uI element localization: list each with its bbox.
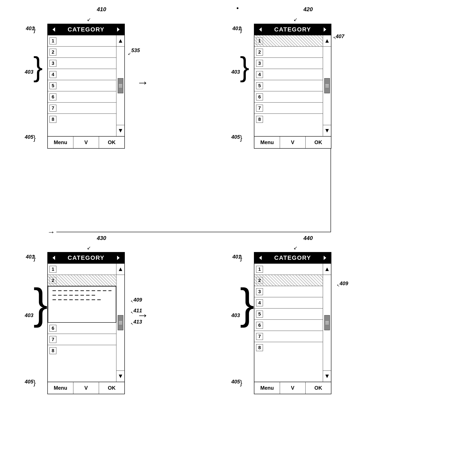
- ok-button[interactable]: OK: [99, 382, 124, 394]
- menu-button[interactable]: Menu: [254, 136, 280, 148]
- panel-410-scrollbar: [116, 35, 124, 136]
- item-num: 7: [256, 333, 263, 340]
- label-401-430: 401: [26, 254, 35, 260]
- list-item-hatched[interactable]: 1: [254, 35, 323, 47]
- arrow-into-430: →: [47, 227, 55, 237]
- v-button[interactable]: V: [73, 382, 99, 394]
- scroll-down-btn[interactable]: [323, 125, 331, 136]
- panel-440-footer: Menu V OK: [254, 382, 331, 394]
- v-button[interactable]: V: [73, 136, 99, 148]
- item-num: 2: [256, 49, 263, 56]
- v-button[interactable]: V: [280, 382, 306, 394]
- scroll-up-btn[interactable]: [116, 264, 124, 275]
- panel-440-scrollbar: [323, 264, 331, 382]
- dropdown-line-3: [52, 299, 103, 300]
- scroll-down-btn[interactable]: [116, 371, 124, 382]
- list-item[interactable]: 3: [254, 286, 323, 297]
- list-item[interactable]: 6: [48, 323, 116, 334]
- item-num: 8: [50, 347, 56, 354]
- svg-marker-12: [259, 256, 262, 260]
- list-item[interactable]: 1: [48, 264, 116, 275]
- panel-410-prev[interactable]: [50, 26, 58, 33]
- list-item[interactable]: 8: [48, 345, 116, 356]
- list-item[interactable]: 2: [254, 47, 323, 58]
- panel-420-scrollbar: [323, 35, 331, 136]
- item-num: 5: [50, 82, 56, 89]
- list-item[interactable]: 7: [48, 334, 116, 345]
- menu-button[interactable]: Menu: [48, 382, 73, 394]
- svg-marker-10: [119, 267, 122, 271]
- panel-420-items: 1 2 3 4 5 6 7: [254, 35, 323, 136]
- panel-420-title: CATEGORY: [274, 26, 311, 33]
- list-item[interactable]: 4: [254, 297, 323, 308]
- scroll-down-btn[interactable]: [116, 125, 124, 136]
- brace-403-420: }: [240, 51, 249, 83]
- dropdown-popup-430: [48, 286, 116, 323]
- svg-marker-0: [52, 27, 55, 32]
- list-item-hatched[interactable]: 2: [254, 275, 323, 286]
- label-403-430: 403: [25, 312, 33, 318]
- list-item[interactable]: 5: [254, 308, 323, 320]
- list-item[interactable]: 7: [254, 331, 323, 342]
- list-item[interactable]: 2: [48, 47, 116, 58]
- menu-button[interactable]: Menu: [48, 136, 73, 148]
- panel-410: CATEGORY 1 2 3 4: [47, 24, 125, 149]
- panel-430-prev[interactable]: [50, 254, 58, 262]
- list-item[interactable]: 6: [254, 91, 323, 102]
- item-num: 6: [256, 94, 263, 100]
- scroll-down-btn[interactable]: [323, 371, 331, 382]
- scroll-thumb: [324, 78, 330, 93]
- list-item[interactable]: 1: [254, 264, 323, 275]
- panel-440-items: 1 2 3 4 5 6: [254, 264, 323, 382]
- menu-button[interactable]: Menu: [254, 382, 280, 394]
- svg-marker-2: [119, 39, 122, 43]
- ok-button[interactable]: OK: [306, 136, 331, 148]
- list-item[interactable]: 6: [254, 320, 323, 331]
- list-item[interactable]: 3: [254, 58, 323, 69]
- list-item[interactable]: 4: [48, 69, 116, 80]
- panel-410-title: CATEGORY: [68, 26, 104, 33]
- scroll-up-btn[interactable]: [323, 264, 331, 275]
- label-405-440: 405: [231, 379, 240, 385]
- arrow-411: ↖: [131, 311, 134, 315]
- arrow-right-2: →: [137, 308, 149, 322]
- list-item[interactable]: 7: [48, 102, 116, 114]
- item-num: 4: [50, 71, 56, 78]
- panel-420-prev[interactable]: [256, 26, 264, 33]
- label-420: 420: [303, 6, 313, 13]
- panel-430-scrollbar: [116, 264, 124, 382]
- list-item[interactable]: 1: [48, 35, 116, 47]
- panel-440-next[interactable]: [321, 254, 329, 262]
- panel-420-footer: Menu V OK: [254, 136, 331, 148]
- list-item[interactable]: 5: [48, 80, 116, 91]
- top-dot: [237, 7, 238, 9]
- panel-430-items: 1 2 6: [48, 264, 116, 382]
- item-num: 3: [256, 60, 263, 67]
- list-item[interactable]: 7: [254, 102, 323, 114]
- svg-marker-8: [52, 256, 55, 260]
- list-item[interactable]: 4: [254, 69, 323, 80]
- svg-marker-3: [119, 129, 122, 132]
- dropdown-line-2: [52, 295, 97, 296]
- list-item[interactable]: 8: [48, 114, 116, 125]
- list-item[interactable]: 8: [254, 114, 323, 125]
- list-item-hatched[interactable]: 2: [48, 275, 116, 286]
- panel-440-prev[interactable]: [256, 254, 264, 262]
- v-button[interactable]: V: [280, 136, 306, 148]
- panel-410-next[interactable]: [115, 26, 122, 33]
- list-item[interactable]: 5: [254, 80, 323, 91]
- panel-430-next[interactable]: [115, 254, 122, 262]
- item-num: 1: [256, 266, 263, 273]
- scroll-thumb: [118, 315, 123, 330]
- list-item[interactable]: 6: [48, 91, 116, 102]
- brace-403-430: }: [33, 279, 48, 329]
- ok-button[interactable]: OK: [99, 136, 124, 148]
- scroll-up-btn[interactable]: [116, 35, 124, 47]
- panel-420-next[interactable]: [321, 26, 329, 33]
- label-407: 407: [336, 33, 344, 39]
- ok-button[interactable]: OK: [306, 382, 331, 394]
- list-item[interactable]: 8: [254, 342, 323, 353]
- scroll-up-btn[interactable]: [323, 35, 331, 47]
- item-num: 4: [256, 71, 263, 78]
- list-item[interactable]: 3: [48, 58, 116, 69]
